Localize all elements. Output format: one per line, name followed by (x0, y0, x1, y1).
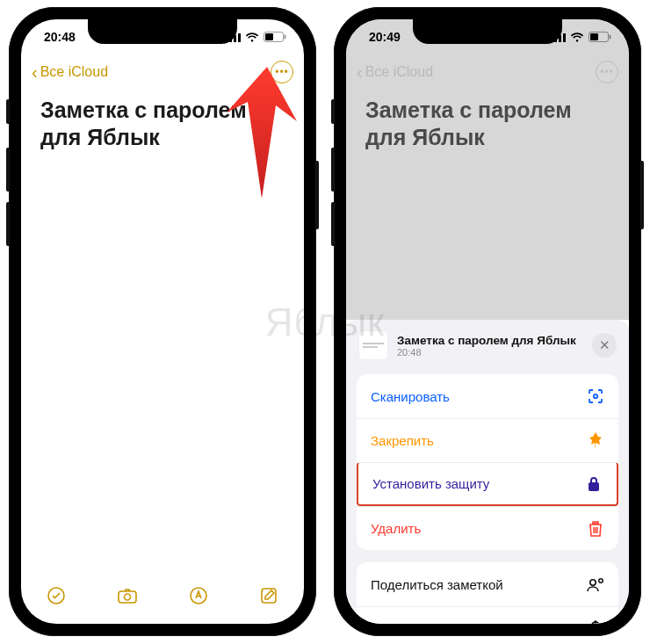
sheet-header: Заметка с паролем для Яблык 20:48 ✕ (346, 320, 629, 369)
camera-icon[interactable] (117, 587, 138, 608)
ellipsis-icon: ••• (275, 66, 289, 78)
back-label: Все iCloud (40, 64, 108, 80)
notch (88, 19, 237, 44)
wifi-icon (245, 33, 259, 42)
ellipsis-icon: ••• (600, 66, 614, 78)
note-thumbnail-icon (358, 330, 388, 360)
action-share-note[interactable]: Поделиться заметкой (357, 562, 618, 606)
note-title: Заметка с паролем для Яблык (365, 97, 610, 152)
action-lock[interactable]: Установить защиту (357, 462, 618, 506)
action-pin[interactable]: Закрепить (357, 418, 618, 462)
sheet-title: Заметка с паролем для Яблык (397, 334, 576, 347)
battery-icon (264, 32, 286, 42)
phone-right: 20:49 ‹ (334, 7, 641, 636)
pin-icon (587, 432, 604, 450)
note-title: Заметка с паролем для Яблык (40, 97, 285, 152)
svg-rect-8 (119, 591, 136, 603)
dimmed-background[interactable]: 20:49 ‹ (346, 19, 629, 320)
phone-left: 20:48 ‹ Все iCloud (9, 7, 316, 636)
scan-icon (587, 387, 604, 405)
svg-point-9 (125, 594, 131, 600)
nav-bar: ‹ Все iCloud ••• (346, 54, 629, 90)
actions-group-1: Сканировать Закрепить Установить защиту (357, 374, 618, 550)
chevron-left-icon: ‹ (32, 63, 38, 81)
lock-icon (585, 476, 603, 492)
nav-bar: ‹ Все iCloud ••• (21, 54, 304, 90)
svg-rect-3 (238, 33, 241, 42)
svg-rect-20 (589, 482, 599, 491)
action-label: Удалить (371, 521, 421, 536)
action-label: Сканировать (371, 389, 450, 404)
actions-group-2: Поделиться заметкой Отправить копию Найт… (357, 562, 618, 624)
action-label: Установить защиту (372, 476, 489, 491)
markup-icon[interactable] (189, 586, 208, 609)
svg-point-21 (590, 580, 596, 585)
bottom-toolbar (21, 576, 304, 619)
chevron-left-icon: ‹ (357, 63, 363, 81)
trash-icon (587, 521, 604, 537)
back-button: ‹ Все iCloud (357, 63, 433, 81)
more-button: ••• (596, 61, 618, 83)
action-label: Закрепить (371, 433, 434, 448)
share-icon (587, 620, 604, 625)
action-send-copy[interactable]: Отправить копию (357, 606, 618, 624)
close-icon: ✕ (599, 337, 610, 353)
action-label: Отправить копию (371, 621, 477, 624)
screen-right: 20:49 ‹ (346, 19, 629, 624)
checklist-icon[interactable] (47, 586, 66, 609)
compose-icon[interactable] (259, 586, 278, 609)
more-button[interactable]: ••• (271, 61, 293, 83)
close-button[interactable]: ✕ (592, 333, 617, 358)
svg-rect-5 (265, 33, 273, 40)
svg-rect-17 (590, 33, 598, 40)
notch (413, 19, 562, 44)
back-button[interactable]: ‹ Все iCloud (32, 63, 108, 81)
action-label: Поделиться заметкой (371, 577, 503, 592)
action-scan[interactable]: Сканировать (357, 374, 618, 418)
back-label: Все iCloud (365, 64, 433, 80)
collaborate-icon (587, 576, 604, 592)
svg-rect-18 (610, 35, 611, 40)
action-sheet: Заметка с паролем для Яблык 20:48 ✕ Скан… (346, 320, 629, 624)
sheet-subtitle: 20:48 (397, 347, 576, 358)
svg-rect-15 (563, 33, 566, 42)
action-delete[interactable]: Удалить (357, 506, 618, 550)
svg-point-19 (594, 394, 597, 398)
screen-left: 20:48 ‹ Все iCloud (21, 19, 304, 624)
status-time: 20:48 (44, 30, 76, 44)
battery-icon (589, 32, 611, 42)
wifi-icon (570, 33, 584, 42)
status-time: 20:49 (369, 30, 401, 44)
svg-rect-6 (285, 35, 286, 40)
